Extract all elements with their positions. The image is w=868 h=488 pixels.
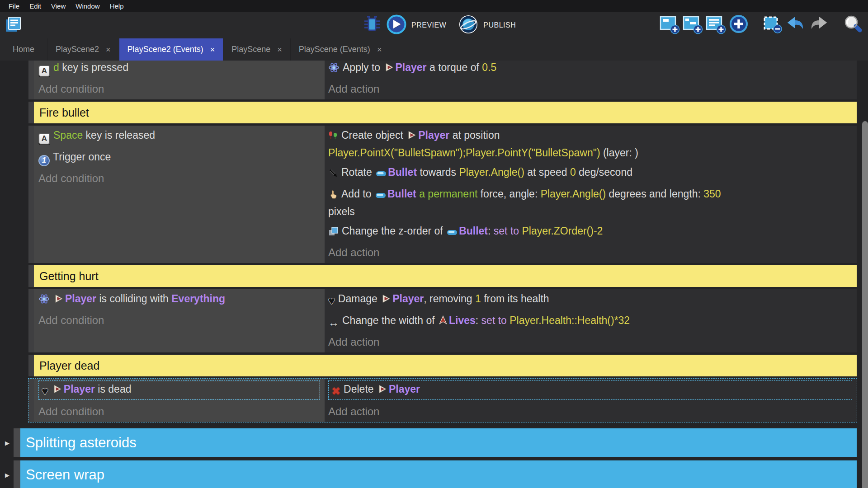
- add-action-placeholder[interactable]: Add action: [328, 404, 852, 419]
- tab-playscene-events-[interactable]: PlayScene (Events)×: [291, 38, 391, 61]
- instruction-text: 0.5: [482, 61, 496, 73]
- action-instruction[interactable]: ↔Change the width of Lives: set to Playe…: [328, 313, 852, 330]
- toolbar-separator: [757, 16, 757, 33]
- create-object-icon: [328, 130, 338, 145]
- condition-instruction[interactable]: 1Trigger once: [38, 149, 320, 167]
- condition-instruction[interactable]: Ad key is pressed: [38, 61, 320, 77]
- condition-instruction[interactable]: ASpace key is released: [38, 127, 320, 145]
- event-drag-handle[interactable]: [28, 265, 34, 287]
- event-drag-handle[interactable]: [28, 61, 34, 99]
- comment-row: Player dead: [28, 355, 857, 376]
- debug-button[interactable]: [362, 15, 382, 36]
- event-drag-handle[interactable]: [14, 460, 20, 488]
- preview-play-icon: [387, 14, 406, 36]
- add-comment-icon: [705, 14, 726, 36]
- event-drag-handle[interactable]: [28, 289, 34, 352]
- instruction-text: deg/second: [576, 166, 632, 178]
- add-instruction-button[interactable]: [730, 14, 750, 35]
- redo-button[interactable]: [810, 14, 830, 35]
- instruction-text: from its health: [481, 293, 549, 305]
- preview-button[interactable]: [386, 15, 407, 36]
- tab-close-icon[interactable]: ×: [277, 46, 282, 54]
- instruction-text: Trigger once: [53, 151, 111, 163]
- instruction-text: at position: [449, 129, 500, 141]
- publish-label[interactable]: PUBLISH: [483, 21, 516, 29]
- search-button[interactable]: [844, 14, 864, 35]
- condition-instruction[interactable]: ♥Player is dead: [38, 380, 320, 400]
- action-instruction[interactable]: Create object Player at positionPlayer.P…: [328, 127, 852, 160]
- expand-arrow-icon[interactable]: ▶: [5, 440, 9, 446]
- menu-edit[interactable]: Edit: [24, 1, 46, 11]
- menu-help[interactable]: Help: [105, 1, 129, 11]
- tab-playscene2-events-[interactable]: PlayScene2 (Events)×: [119, 38, 224, 61]
- condition-instruction[interactable]: Player is colliding with Everything: [38, 291, 320, 309]
- tab-home[interactable]: Home: [0, 38, 47, 61]
- action-instruction[interactable]: Apply to Player a torque of 0.5: [328, 61, 852, 77]
- event-drag-handle[interactable]: [28, 102, 34, 123]
- menu-file[interactable]: File: [4, 1, 24, 11]
- tab-playscene[interactable]: PlayScene×: [223, 38, 291, 61]
- comment[interactable]: Fire bullet: [34, 102, 857, 123]
- action-instruction[interactable]: Rotate Bullet towards Player.Angle() at …: [328, 164, 852, 182]
- tab-close-icon[interactable]: ×: [106, 46, 111, 54]
- instruction-text: set to: [494, 225, 519, 237]
- undo-icon: [785, 14, 806, 36]
- add-condition-placeholder[interactable]: Add condition: [38, 313, 320, 328]
- toolbar-separator: [837, 16, 837, 33]
- instruction-text: 350: [703, 188, 721, 200]
- publish-button[interactable]: [458, 15, 479, 36]
- force-icon: [328, 188, 338, 204]
- event-group[interactable]: Splitting asteroids: [20, 428, 857, 457]
- tab-playscene2[interactable]: PlayScene2×: [47, 38, 119, 61]
- player-ship-icon: [407, 129, 417, 144]
- conditions-column: Player is colliding with EverythingAdd c…: [34, 289, 325, 352]
- player-ship-icon: [384, 61, 394, 76]
- action-instruction[interactable]: ♥Damage Player, removing 1 from its heal…: [328, 291, 852, 309]
- action-instruction[interactable]: ✖Delete Player: [328, 380, 852, 400]
- instruction-text: (layer: ): [600, 147, 638, 159]
- add-action-placeholder[interactable]: Add action: [328, 245, 852, 260]
- tab-label: Home: [13, 45, 34, 54]
- deselect-button[interactable]: [764, 14, 784, 35]
- tab-close-icon[interactable]: ×: [377, 46, 382, 54]
- tab-close-icon[interactable]: ×: [210, 46, 215, 54]
- event-drag-handle[interactable]: [28, 379, 34, 422]
- event-drag-handle[interactable]: [28, 355, 34, 376]
- add-action-placeholder[interactable]: Add action: [328, 81, 852, 97]
- add-subevent-button[interactable]: [684, 14, 704, 35]
- tab-label: PlayScene: [231, 45, 270, 54]
- scrollbar-thumb[interactable]: [862, 121, 868, 488]
- menu-window[interactable]: Window: [71, 1, 104, 11]
- add-event-button[interactable]: [660, 14, 681, 35]
- instruction-text: pixels: [328, 206, 355, 217]
- object-name: Player: [392, 293, 424, 305]
- actions-column: Apply to Player a torque of 0.5Add actio…: [325, 61, 857, 99]
- comment[interactable]: Getting hurt: [34, 265, 857, 287]
- add-action-placeholder[interactable]: Add action: [328, 334, 852, 350]
- events-list: Ad key is pressedAdd conditionApply to P…: [0, 61, 868, 488]
- undo-button[interactable]: [787, 14, 807, 35]
- instruction-text: Player.Health::Health()*32: [507, 314, 630, 326]
- event-drag-handle[interactable]: [14, 428, 20, 457]
- comment[interactable]: Player dead: [34, 355, 857, 376]
- project-manager-button[interactable]: [5, 15, 25, 36]
- add-condition-placeholder[interactable]: Add condition: [38, 404, 320, 419]
- preview-label[interactable]: PREVIEW: [411, 21, 446, 29]
- group-row: ▶Screen wrap: [14, 460, 857, 488]
- menu-view[interactable]: View: [46, 1, 71, 11]
- health-icon: ♥: [328, 293, 335, 309]
- event-group[interactable]: Screen wrap: [20, 460, 857, 488]
- instruction-text: Player.ZOrder()-2: [519, 225, 603, 237]
- action-instruction[interactable]: Change the z-order of Bullet: set to Pla…: [328, 223, 852, 241]
- object-name: Player: [64, 383, 95, 395]
- events-sheet: Ad key is pressedAdd conditionApply to P…: [0, 61, 868, 488]
- add-comment-button[interactable]: [707, 14, 727, 35]
- action-instruction[interactable]: Add to Bullet a permanent force, angle: …: [328, 186, 852, 219]
- add-condition-placeholder[interactable]: Add condition: [38, 81, 320, 97]
- add-subevent-icon: [682, 14, 703, 36]
- expand-arrow-icon[interactable]: ▶: [5, 472, 9, 479]
- redo-icon: [808, 14, 829, 36]
- add-condition-placeholder[interactable]: Add condition: [38, 171, 320, 186]
- object-name: Everything: [171, 293, 225, 305]
- event-drag-handle[interactable]: [28, 126, 34, 263]
